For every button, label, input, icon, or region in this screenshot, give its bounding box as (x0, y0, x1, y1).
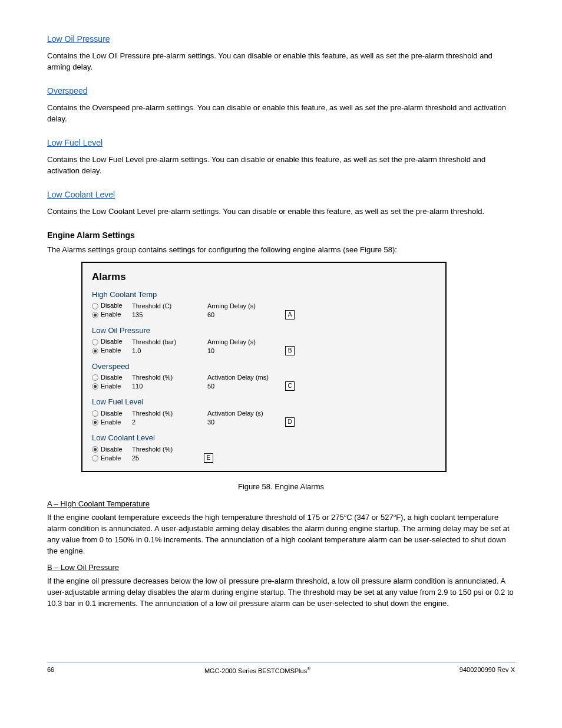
value-threshold-e[interactable]: 25 (132, 454, 191, 463)
link-overspeed[interactable]: Overspeed (47, 85, 87, 97)
footer-page-number: 66 (47, 666, 82, 676)
radio-enable-low-oil-pressure[interactable]: Enable (92, 347, 132, 355)
link-low-oil-pressure[interactable]: Low Oil Pressure (47, 33, 110, 45)
value-threshold-d[interactable]: 2 (132, 418, 191, 427)
radio-enable-overspeed[interactable]: Enable (92, 382, 132, 391)
label-threshold-c: Threshold (%) (132, 373, 191, 382)
alarm-group-low-coolant-level: Low Coolant Level Disable Enable Thresho… (92, 433, 436, 463)
alarm-head-high-coolant-temp: High Coolant Temp (92, 289, 436, 301)
radio-disable-high-coolant-temp[interactable]: Disable (92, 302, 132, 311)
label-threshold-d: Threshold (%) (132, 409, 191, 418)
value-threshold-b[interactable]: 1.0 (132, 347, 191, 355)
label-threshold-a: Threshold (C) (132, 302, 191, 311)
alarm-head-low-fuel-level: Low Fuel Level (92, 397, 436, 408)
link-low-coolant-level[interactable]: Low Coolant Level (47, 189, 115, 200)
label-delay-b: Arming Delay (s) (207, 338, 272, 347)
radio-enable-low-coolant-level[interactable]: Enable (92, 454, 132, 463)
label-delay-a: Arming Delay (s) (207, 302, 272, 311)
tag-b: B (285, 346, 295, 355)
alarm-group-high-coolant-temp: High Coolant Temp Disable Enable Thresho… (92, 289, 436, 319)
para-alarms-intro: The Alarms settings group contains setti… (47, 245, 515, 256)
page-footer: 66 MGC-2000 Series BESTCOMSPlus® 9400200… (47, 663, 515, 676)
tag-c: C (285, 381, 295, 391)
value-delay-b[interactable]: 10 (207, 347, 272, 355)
label-delay-c: Activation Delay (ms) (207, 373, 272, 382)
value-delay-c[interactable]: 50 (207, 382, 272, 391)
desc-overspeed: Contains the Overspeed pre-alarm setting… (47, 103, 515, 125)
alarm-head-low-coolant-level: Low Coolant Level (92, 433, 436, 444)
subsection-b-para: If the engine oil pressure decreases bel… (47, 576, 515, 610)
alarms-title: Alarms (92, 270, 436, 285)
radio-enable-high-coolant-temp[interactable]: Enable (92, 311, 132, 319)
footer-doc-code: 9400200990 Rev X (432, 666, 515, 676)
tag-d: D (285, 417, 295, 427)
alarm-head-low-oil-pressure: Low Oil Pressure (92, 325, 436, 337)
subsection-a-para: If the engine coolant temperature exceed… (47, 512, 515, 557)
tag-a: A (285, 310, 295, 319)
value-delay-a[interactable]: 60 (207, 311, 272, 319)
value-delay-d[interactable]: 30 (207, 418, 272, 427)
label-threshold-b: Threshold (bar) (132, 338, 191, 347)
value-threshold-a[interactable]: 135 (132, 311, 191, 319)
radio-disable-low-oil-pressure[interactable]: Disable (92, 338, 132, 347)
radio-enable-low-fuel-level[interactable]: Enable (92, 418, 132, 427)
label-threshold-e: Threshold (%) (132, 445, 191, 454)
radio-disable-overspeed[interactable]: Disable (92, 373, 132, 382)
value-threshold-c[interactable]: 110 (132, 382, 191, 391)
desc-low-fuel-level: Contains the Low Fuel Level pre-alarm se… (47, 154, 515, 177)
desc-low-coolant-level: Contains the Low Coolant Level pre-alarm… (47, 206, 515, 218)
radio-disable-low-fuel-level[interactable]: Disable (92, 409, 132, 418)
alarm-group-low-fuel-level: Low Fuel Level Disable Enable Threshold … (92, 397, 436, 427)
alarm-group-overspeed: Overspeed Disable Enable Threshold (%) 1… (92, 361, 436, 391)
figure-caption: Figure 58. Engine Alarms (47, 482, 515, 493)
subsection-b-title: B – Low Oil Pressure (47, 562, 515, 574)
alarm-group-low-oil-pressure: Low Oil Pressure Disable Enable Threshol… (92, 325, 436, 355)
link-low-fuel-level[interactable]: Low Fuel Level (47, 137, 103, 149)
desc-low-oil-pressure: Contains the Low Oil Pressure pre-alarm … (47, 51, 515, 73)
heading-engine-alarm-settings: Engine Alarm Settings (47, 229, 515, 241)
label-delay-d: Activation Delay (s) (207, 409, 272, 418)
alarms-dialog: Alarms High Coolant Temp Disable Enable … (81, 262, 447, 472)
radio-disable-low-coolant-level[interactable]: Disable (92, 445, 132, 454)
tag-e: E (204, 453, 213, 463)
footer-product: MGC-2000 Series BESTCOMSPlus® (82, 666, 432, 676)
subsection-a-title: A – High Coolant Temperature (47, 499, 515, 510)
registered-icon: ® (307, 666, 310, 671)
alarm-head-overspeed: Overspeed (92, 361, 436, 373)
